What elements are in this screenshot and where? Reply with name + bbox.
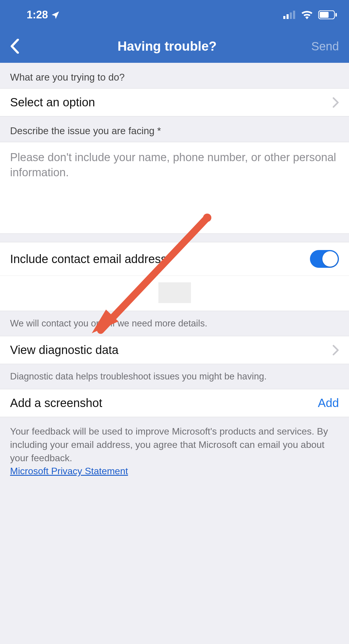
contact-block: Include contact email address <box>0 242 349 311</box>
view-diagnostic-row[interactable]: View diagnostic data <box>0 336 349 364</box>
section-label-describe: Describe the issue you are facing * <box>0 116 349 142</box>
include-email-toggle[interactable] <box>310 250 339 268</box>
chevron-right-icon <box>332 345 339 355</box>
footer-text: Your feedback will be used to improve Mi… <box>10 426 328 463</box>
status-time: 1:28 <box>27 9 48 21</box>
select-option-placeholder: Select an option <box>10 96 332 109</box>
contact-note: We will contact you only if we need more… <box>0 311 349 336</box>
status-bar: 1:28 <box>0 0 349 30</box>
add-screenshot-label: Add a screenshot <box>10 396 318 410</box>
redacted-email <box>158 282 191 303</box>
add-screenshot-button[interactable]: Add <box>318 396 339 410</box>
back-button[interactable] <box>10 39 28 54</box>
include-email-row: Include contact email address <box>0 242 349 275</box>
view-diagnostic-label: View diagnostic data <box>10 343 332 357</box>
location-icon <box>51 10 60 19</box>
chevron-right-icon <box>332 97 339 108</box>
select-option-row[interactable]: Select an option <box>0 88 349 116</box>
diagnostic-note: Diagnostic data helps troubleshoot issue… <box>0 364 349 389</box>
svg-rect-5 <box>335 13 337 17</box>
nav-bar: Having trouble? Send <box>0 30 349 63</box>
issue-placeholder: Please don't include your name, phone nu… <box>10 150 339 180</box>
include-email-label: Include contact email address <box>10 252 310 266</box>
battery-icon <box>318 10 337 19</box>
svg-rect-3 <box>293 11 295 19</box>
cellular-icon <box>283 11 296 19</box>
send-button[interactable]: Send <box>306 40 339 53</box>
svg-rect-1 <box>287 14 289 19</box>
section-label-action: What are you trying to do? <box>0 63 349 88</box>
svg-rect-6 <box>320 12 329 18</box>
issue-textarea[interactable]: Please don't include your name, phone nu… <box>0 142 349 234</box>
add-screenshot-row: Add a screenshot Add <box>0 389 349 417</box>
toggle-knob <box>322 251 338 267</box>
svg-rect-2 <box>290 12 292 19</box>
email-value-row[interactable] <box>0 275 349 311</box>
svg-rect-0 <box>283 16 285 19</box>
footer-note: Your feedback will be used to improve Mi… <box>0 417 349 486</box>
chevron-left-icon <box>10 39 20 54</box>
privacy-link[interactable]: Microsoft Privacy Statement <box>10 466 128 476</box>
page-title: Having trouble? <box>28 39 306 54</box>
wifi-icon <box>301 10 313 19</box>
